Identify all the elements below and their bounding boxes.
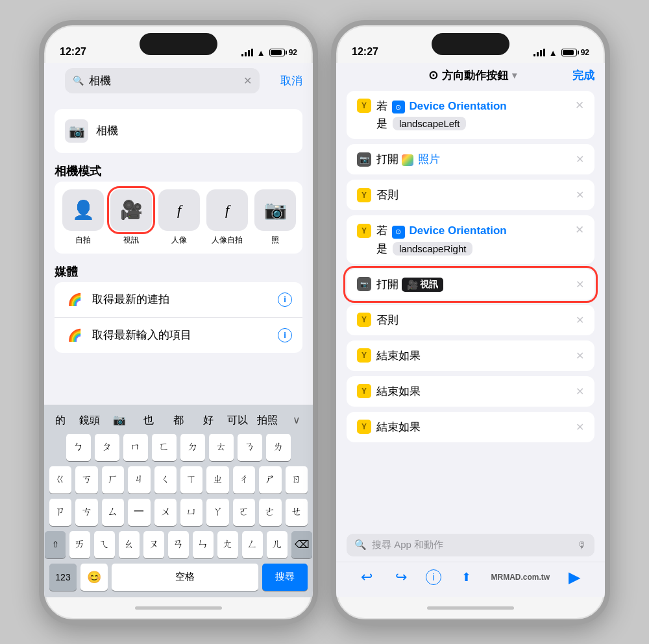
camera-app-icon: 📷 — [65, 119, 88, 143]
kb-key-t[interactable]: ㄊ — [209, 434, 234, 461]
kb-key-f[interactable]: ㄈ — [152, 434, 177, 461]
kb-key-ch[interactable]: ㄔ — [233, 466, 255, 494]
kb-key-an[interactable]: ㄢ — [168, 531, 189, 558]
mode-portrait-selfie[interactable]: f 人像自拍 — [206, 189, 248, 246]
media-item-latestinput[interactable]: 🌈 取得最新輸入的項目 i — [55, 318, 302, 353]
kb-key-sh[interactable]: ㄕ — [259, 466, 281, 494]
kb-key-ei[interactable]: ㄟ — [94, 531, 115, 558]
mode-portrait[interactable]: f 人像 — [158, 189, 200, 246]
kb-space-button[interactable]: 空格 — [112, 564, 258, 591]
kb-key-zh[interactable]: ㄓ — [206, 466, 228, 494]
sc-redo-button[interactable]: ↪ — [391, 567, 411, 587]
media-info-icon-1[interactable]: i — [278, 292, 292, 307]
sc-close-4[interactable]: ✕ — [575, 223, 584, 237]
kb-key-s[interactable]: ㄙ — [102, 499, 124, 526]
kb-key-e[interactable]: ㄜ — [259, 499, 281, 526]
kb-key-eh[interactable]: ㄝ — [286, 499, 308, 526]
kb-expand-icon[interactable]: ∨ — [284, 411, 311, 430]
kb-key-g[interactable]: ㄍ — [49, 466, 71, 494]
kb-key-u[interactable]: ㄨ — [154, 499, 177, 526]
kb-suggest-can[interactable]: 可以 — [224, 411, 251, 430]
sc-card-if-row: Y 若 ⊙ Device Orientation ✕ — [357, 99, 584, 114]
sc-photos-label[interactable]: 照片 — [418, 153, 440, 165]
kb-suggest-also[interactable]: 也 — [136, 411, 163, 430]
phone2-content: ⊙ 方向動作按鈕 ▾ 完成 Y 若 ⊙ Device Orientation ✕ — [336, 63, 605, 597]
kb-key-q[interactable]: ㄑ — [154, 466, 177, 494]
kb-search-button[interactable]: 搜尋 — [262, 564, 308, 591]
kb-key-ang[interactable]: ㄤ — [217, 531, 238, 558]
kb-key-d[interactable]: ㄉ — [180, 434, 205, 461]
kb-key-z[interactable]: ㄗ — [49, 499, 71, 526]
kb-key-j[interactable]: ㄐ — [128, 466, 150, 494]
kb-suggest-photo[interactable]: 拍照 — [254, 411, 281, 430]
sc-share-button[interactable]: ⬆ — [456, 567, 476, 587]
kb-key-m[interactable]: ㄇ — [123, 434, 148, 461]
sc-close-3[interactable]: ✕ — [576, 189, 584, 201]
kb-key-p[interactable]: ㄆ — [95, 434, 119, 461]
sc-close-6[interactable]: ✕ — [576, 314, 584, 326]
sc-video-tag[interactable]: 🎥 視訊 — [402, 278, 443, 292]
sc-orientation-label-1[interactable]: Device Orientation — [409, 100, 506, 112]
kb-suggest-cam[interactable]: 📷 — [106, 411, 133, 430]
sc-close-1[interactable]: ✕ — [575, 99, 584, 112]
sc-open-label-1: 打開 — [376, 153, 402, 165]
sc-search-bar[interactable]: 🔍 搜尋 App 和動作 🎙 — [347, 534, 594, 556]
kb-key-b[interactable]: ㄅ — [66, 434, 91, 461]
search-cancel-button[interactable]: 取消 — [275, 73, 302, 88]
chevron-down-icon[interactable]: ▾ — [512, 70, 517, 80]
kb-key-i[interactable]: 一 — [128, 499, 150, 526]
kb-key-r[interactable]: ㄖ — [286, 466, 308, 494]
sc-open-photos-row: 📷 打開 照片 ✕ — [357, 152, 584, 167]
sc-close-8[interactable]: ✕ — [576, 385, 584, 398]
sc-close-9[interactable]: ✕ — [576, 421, 584, 433]
mode-photo[interactable]: 📷 照 — [254, 189, 296, 246]
wifi-icon-1: ▲ — [257, 48, 265, 58]
sc-landscape-left-tag[interactable]: landscapeLeft — [393, 117, 466, 130]
kb-key-o[interactable]: ㄛ — [233, 499, 255, 526]
kb-key-delete[interactable]: ⌫ — [291, 531, 312, 558]
shortcuts-done-button[interactable]: 完成 — [572, 68, 594, 83]
kb-key-eng[interactable]: ㄥ — [242, 531, 263, 558]
kb-suggest-lens[interactable]: 鏡頭 — [77, 411, 104, 430]
kb-key-ou[interactable]: ㄡ — [143, 531, 164, 558]
sc-landscape-right-tag[interactable]: landscapeRight — [393, 242, 472, 256]
mode-selfie[interactable]: 👤 自拍 — [62, 189, 104, 246]
sc-card-endif-3: Y 結束如果 ✕ — [347, 412, 594, 442]
sc-mic-icon[interactable]: 🎙 — [577, 540, 587, 551]
kb-key-ai[interactable]: ㄞ — [69, 531, 90, 558]
sc-undo-button[interactable]: ↩ — [357, 567, 376, 587]
sc-info-button[interactable]: i — [426, 569, 441, 585]
sc-play-button[interactable]: ▶ — [565, 567, 584, 587]
sc-orientation-label-2[interactable]: Device Orientation — [409, 224, 506, 237]
mode-video[interactable]: 🎥 視訊 — [110, 189, 152, 246]
time-1: 12:27 — [60, 46, 86, 58]
camera-app-result[interactable]: 📷 相機 — [65, 117, 292, 145]
kb-key-x[interactable]: ㄒ — [180, 466, 202, 494]
kb-key-h[interactable]: ㄏ — [102, 466, 124, 494]
sc-if-text-2: 若 ⊙ Device Orientation ✕ — [376, 223, 584, 239]
kb-num-button[interactable]: 123 — [49, 564, 77, 591]
media-item-livebursts[interactable]: 🌈 取得最新的連拍 i — [55, 282, 302, 318]
kb-key-k[interactable]: ㄎ — [75, 466, 97, 494]
sc-close-2[interactable]: ✕ — [576, 153, 584, 165]
photos-icon-1: 🌈 — [65, 290, 84, 309]
sc-close-7[interactable]: ✕ — [576, 350, 584, 362]
kb-key-yu[interactable]: ㄩ — [180, 499, 202, 526]
kb-key-l[interactable]: ㄌ — [266, 434, 291, 461]
kb-key-a[interactable]: ㄚ — [206, 499, 228, 526]
kb-emoji-button[interactable]: 😊 — [80, 564, 108, 591]
search-bar[interactable]: 🔍 相機 ✕ — [65, 68, 260, 93]
kb-key-er[interactable]: ㄦ — [267, 531, 288, 558]
media-info-icon-2[interactable]: i — [278, 328, 292, 342]
kb-key-n[interactable]: ㄋ — [238, 434, 262, 461]
kb-key-c[interactable]: ㄘ — [75, 499, 97, 526]
kb-suggest-good[interactable]: 好 — [195, 411, 222, 430]
kb-suggest-all[interactable]: 都 — [165, 411, 192, 430]
kb-key-shift[interactable]: ⇧ — [45, 531, 66, 558]
kb-key-au[interactable]: ㄠ — [119, 531, 140, 558]
kb-suggest-de[interactable]: 的 — [47, 411, 74, 430]
sc-close-5[interactable]: ✕ — [576, 278, 584, 291]
mode-portrait-label: 人像 — [171, 235, 187, 246]
kb-key-en[interactable]: ㄣ — [193, 531, 214, 558]
search-clear-icon[interactable]: ✕ — [243, 75, 252, 87]
